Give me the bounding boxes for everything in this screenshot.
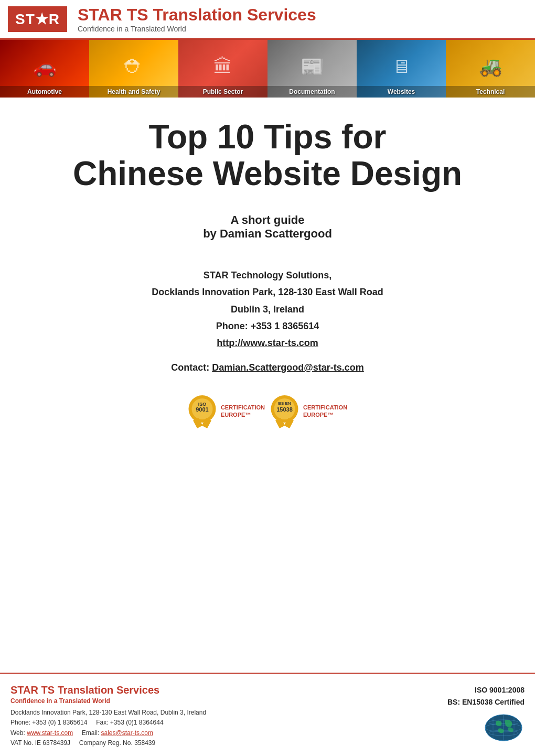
company-address-line1: STAR Technology Solutions, [31,267,504,284]
footer-details: Docklands Innovation Park, 128-130 East … [10,708,447,748]
footer-cert-line2: BS: EN15038 Certified [447,696,525,708]
header-text-block: STAR TS Translation Services Confidence … [78,5,316,33]
nav-item-docs[interactable]: 📰 Documentation [268,40,357,98]
iso9001-ribbon: ISO 9001 [188,394,217,428]
docs-icon: 📰 [301,56,324,78]
company-name: STAR TS Translation Services [78,5,316,25]
footer-address: Docklands Innovation Park, 128-130 East … [10,708,447,718]
company-url-link[interactable]: http://www.star-ts.com [217,338,318,348]
technical-icon: 🚜 [479,56,502,78]
health-icon: ⛑ [124,56,143,78]
nav-label-technical: Technical [446,86,535,98]
company-logo[interactable]: ST★R [8,6,67,32]
bsen15038-text: CERTIFICATIONEUROPE™ [303,404,347,419]
page-footer: STAR TS Translation Services Confidence … [0,673,535,756]
company-info-block: STAR Technology Solutions, Docklands Inn… [31,267,504,352]
cert-iso9001: ISO 9001 CERTIFICATIONEUROPE™ [188,394,265,428]
nav-item-websites[interactable]: 🖥 Websites [357,40,446,98]
footer-web-link[interactable]: www.star-ts.com [27,729,73,737]
bsen15038-ribbon: BS EN 15038 [270,394,299,428]
public-icon: 🏛 [213,56,232,78]
svg-text:9001: 9001 [196,406,208,413]
footer-fax: Fax: +353 (0)1 8364644 [96,719,163,726]
websites-icon: 🖥 [392,56,411,78]
nav-label-public: Public Sector [178,86,268,98]
footer-web-label: Web: [10,729,27,737]
nav-item-health[interactable]: ⛑ Health and Safety [89,40,178,98]
certification-area: ISO 9001 CERTIFICATIONEUROPE™ BS EN 1503… [31,394,504,428]
main-content: Top 10 Tips for Chinese Website Design A… [0,98,535,460]
footer-email-label: Email: [82,729,101,737]
contact-email-link[interactable]: Damian.Scattergood@star-ts.com [212,362,364,373]
nav-label-health: Health and Safety [89,86,178,98]
subtitle-line1: A short guide [31,213,504,227]
footer-vat: VAT No. IE 6378439J [10,739,70,747]
contact-line: Contact: Damian.Scattergood@star-ts.com [31,362,504,373]
nav-label-docs: Documentation [268,86,357,98]
page-header: ST★R STAR TS Translation Services Confid… [0,0,535,40]
nav-item-technical[interactable]: 🚜 Technical [446,40,535,98]
world-globe-icon [483,712,525,743]
company-phone: Phone: +353 1 8365614 [31,318,504,334]
footer-phone: Phone: +353 (0) 1 8365614 [10,719,87,726]
navigation-strip: 🚗 Automotive ⛑ Health and Safety 🏛 Publi… [0,40,535,98]
footer-tagline: Confidence in a Translated World [10,697,447,705]
iso9001-text: CERTIFICATIONEUROPE™ [221,404,265,419]
subtitle-line2: by Damian Scattergood [31,227,504,241]
footer-left: STAR TS Translation Services Confidence … [10,684,447,748]
cert-bsen15038: BS EN 15038 CERTIFICATIONEUROPE™ [270,394,347,428]
title-line1: Top 10 Tips for [31,118,504,155]
company-address-line2: Docklands Innovation Park, 128-130 East … [31,284,504,300]
company-tagline: Confidence in a Translated World [78,25,316,33]
footer-vat-reg: VAT No. IE 6378439J Company Reg. No. 358… [10,738,447,748]
footer-web-email: Web: www.star-ts.com Email: sales@star-t… [10,728,447,738]
footer-company-name: STAR TS Translation Services [10,684,447,696]
footer-phone-fax: Phone: +353 (0) 1 8365614 Fax: +353 (0)1… [10,718,447,728]
contact-label: Contact: [171,362,212,373]
nav-item-public[interactable]: 🏛 Public Sector [178,40,268,98]
footer-cert-line1: ISO 9001:2008 [447,684,525,696]
svg-text:15038: 15038 [276,406,293,413]
title-line2: Chinese Website Design [31,155,504,192]
subtitle-block: A short guide by Damian Scattergood [31,213,504,241]
nav-item-automotive[interactable]: 🚗 Automotive [0,40,89,98]
automotive-icon: 🚗 [33,56,57,78]
company-address-line3: Dublin 3, Ireland [31,301,504,318]
footer-email-link[interactable]: sales@star-ts.com [101,729,154,737]
footer-right: ISO 9001:2008 BS: EN15038 Certified [447,684,525,743]
footer-company-reg: Company Reg. No. 358439 [79,739,155,747]
footer-cert-text: ISO 9001:2008 BS: EN15038 Certified [447,684,525,708]
nav-label-websites: Websites [357,86,446,98]
page-title: Top 10 Tips for Chinese Website Design [31,118,504,192]
company-url-line: http://www.star-ts.com [31,334,504,351]
logo-text: ST★R [15,11,60,27]
nav-label-automotive: Automotive [0,86,89,98]
svg-text:BS EN: BS EN [278,401,291,406]
